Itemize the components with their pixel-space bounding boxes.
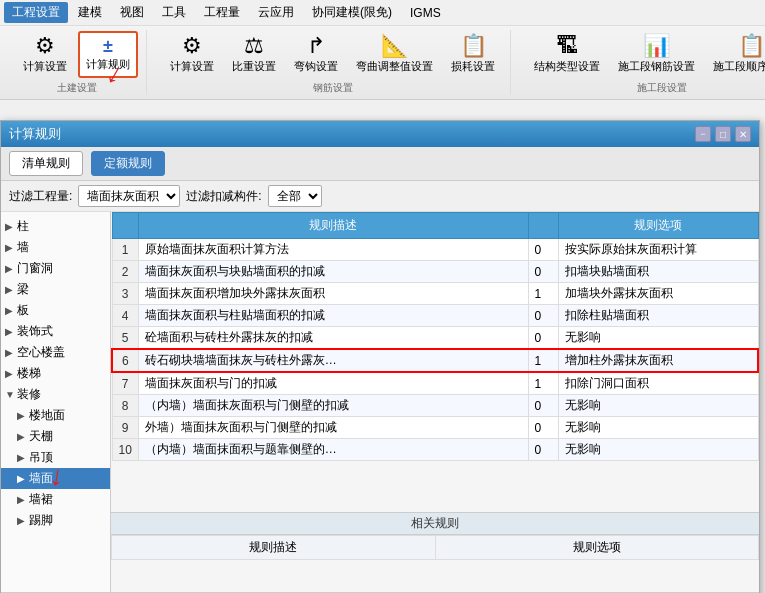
tree-item-wall-face[interactable]: ▶ 墙面 [1, 468, 110, 489]
tree-label-drop-ceiling: 吊顶 [29, 449, 53, 466]
row-value: 0 [528, 417, 558, 439]
tree-label-ceiling: 天棚 [29, 428, 53, 445]
row-option: 加墙块外露抹灰面积 [558, 283, 758, 305]
ribbon-group-rebar: ⚙ 计算设置 ⚖ 比重设置 ↱ 弯钩设置 📐 弯曲调整值设置 📋 损耗设 [155, 30, 511, 95]
table-row[interactable]: 9 外墙）墙面抹灰面积与门侧壁的扣减 0 无影响 [112, 417, 758, 439]
bend-settings-button[interactable]: ↱ 弯钩设置 [287, 30, 345, 79]
calc-settings-label: 计算设置 [23, 59, 67, 74]
menu-cloud[interactable]: 云应用 [250, 2, 302, 23]
tab-list-rules[interactable]: 清单规则 [9, 151, 83, 176]
menu-row: 工程设置 建模 视图 工具 工程量 云应用 协同建模(限免) IGMS [0, 0, 765, 26]
stage-order-icon: 📋 [738, 35, 765, 57]
tree-label-qiang: 墙 [17, 239, 29, 256]
tree-item-ban[interactable]: ▶ 板 [1, 300, 110, 321]
struct-type-label: 结构类型设置 [534, 59, 600, 74]
table-row[interactable]: 8 （内墙）墙面抹灰面积与门侧壁的扣减 0 无影响 [112, 395, 758, 417]
toolbar: 工程设置 建模 视图 工具 工程量 云应用 协同建模(限免) IGMS ⚙ 计算… [0, 0, 765, 100]
menu-tools[interactable]: 工具 [154, 2, 194, 23]
calc-settings2-button[interactable]: ⚙ 计算设置 [163, 30, 221, 79]
ratio-settings-button[interactable]: ⚖ 比重设置 [225, 30, 283, 79]
table-row[interactable]: 4 墙面抹灰面积与柱贴墙面积的扣减 0 扣除柱贴墙面积 [112, 305, 758, 327]
tree-label-hollow: 空心楼盖 [17, 344, 65, 361]
row-desc: 墙面抹灰面积与柱贴墙面积的扣减 [138, 305, 528, 327]
tree-item-qiang[interactable]: ▶ 墙 [1, 237, 110, 258]
tree-item-liang[interactable]: ▶ 梁 [1, 279, 110, 300]
tree-label-zhu: 柱 [17, 218, 29, 235]
stage-order-label: 施工段顺序设置 [713, 59, 765, 74]
row-desc: 墙面抹灰面积与门的扣减 [138, 372, 528, 395]
tree-item-stairs[interactable]: ▶ 楼梯 [1, 363, 110, 384]
rules-table: 规则描述 规则选项 1 原始墙面抹灰面积计算方法 0 按实际原始抹灰面积计算 [111, 212, 759, 512]
row-num: 9 [112, 417, 138, 439]
row-desc: 墙面抹灰面积增加块外露抹灰面积 [138, 283, 528, 305]
tree-arrow-zhu: ▶ [5, 221, 17, 232]
tree-item-dado[interactable]: ▶ 墙裙 [1, 489, 110, 510]
stage-rebar-button[interactable]: 📊 施工段钢筋设置 [611, 30, 702, 79]
tree-item-door[interactable]: ▶ 门窗洞 [1, 258, 110, 279]
dialog-title-text: 计算规则 [9, 125, 61, 143]
struct-type-icon: 🏗 [556, 35, 578, 57]
tree-item-drop-ceiling[interactable]: ▶ 吊顶 [1, 447, 110, 468]
filter-component-label: 过滤扣减构件: [186, 188, 261, 205]
tree-item-ceiling[interactable]: ▶ 天棚 [1, 426, 110, 447]
table-row-highlighted[interactable]: 6 砖石砌块墙墙面抹灰与砖柱外露灰… 1 增加柱外露抹灰面积 [112, 349, 758, 372]
menu-build[interactable]: 建模 [70, 2, 110, 23]
struct-type-button[interactable]: 🏗 结构类型设置 [527, 30, 607, 79]
table-row[interactable]: 5 砼墙面积与砖柱外露抹灰的扣减 0 无影响 [112, 327, 758, 350]
row-option: 增加柱外露抹灰面积 [558, 349, 758, 372]
bend-adjust-button[interactable]: 📐 弯曲调整值设置 [349, 30, 440, 79]
table-row[interactable]: 3 墙面抹灰面积增加块外露抹灰面积 1 加墙块外露抹灰面积 [112, 283, 758, 305]
col-option-header: 规则选项 [558, 213, 758, 239]
stage-rebar-label: 施工段钢筋设置 [618, 59, 695, 74]
row-option: 按实际原始抹灰面积计算 [558, 239, 758, 261]
bend-adjust-icon: 📐 [381, 35, 408, 57]
calc-rules-button[interactable]: ± 计算规则 [78, 31, 138, 78]
dialog-content: ▶ 柱 ▶ 墙 ▶ 门窗洞 ▶ 梁 ▶ 板 ▶ 装饰式 [1, 212, 759, 592]
related-col-desc-header: 规则描述 [112, 536, 436, 560]
stage-rebar-icon: 📊 [643, 35, 670, 57]
tree-arrow-ceiling: ▶ [17, 431, 29, 442]
table-row[interactable]: 2 墙面抹灰面积与块贴墙面积的扣减 0 扣墙块贴墙面积 [112, 261, 758, 283]
loss-settings-button[interactable]: 📋 损耗设置 [444, 30, 502, 79]
menu-project-settings[interactable]: 工程设置 [4, 2, 68, 23]
tab-fixed-rules[interactable]: 定额规则 [91, 151, 165, 176]
ribbon-buttons-rebar: ⚙ 计算设置 ⚖ 比重设置 ↱ 弯钩设置 📐 弯曲调整值设置 📋 损耗设 [163, 30, 502, 79]
row-value: 1 [528, 283, 558, 305]
tree-item-baseboard[interactable]: ▶ 踢脚 [1, 510, 110, 531]
calc-settings-button[interactable]: ⚙ 计算设置 [16, 30, 74, 79]
dialog-tab-toolbar: 清单规则 定额规则 [1, 147, 759, 181]
row-num: 8 [112, 395, 138, 417]
filter-project-select[interactable]: 墙面抹灰面积 [78, 185, 180, 207]
dialog-minimize-button[interactable]: － [695, 126, 711, 142]
tree-arrow-decoration: ▼ [5, 389, 17, 400]
row-option: 扣墙块贴墙面积 [558, 261, 758, 283]
menu-quantities[interactable]: 工程量 [196, 2, 248, 23]
row-option: 扣除门洞口面积 [558, 372, 758, 395]
tree-item-decoration[interactable]: ▼ 装修 [1, 384, 110, 405]
dialog-close-button[interactable]: ✕ [735, 126, 751, 142]
row-num: 4 [112, 305, 138, 327]
tree-arrow-baseboard: ▶ [17, 515, 29, 526]
tree-item-floor[interactable]: ▶ 楼地面 [1, 405, 110, 426]
menu-collab[interactable]: 协同建模(限免) [304, 2, 400, 23]
tree-label-floor: 楼地面 [29, 407, 65, 424]
tree-item-hollow[interactable]: ▶ 空心楼盖 [1, 342, 110, 363]
related-rules-header: 相关规则 [111, 513, 759, 535]
menu-igms[interactable]: IGMS [402, 4, 449, 22]
filter-component-select[interactable]: 全部 [268, 185, 322, 207]
table-row[interactable]: 10 （内墙）墙面抹面积与题靠侧壁的… 0 无影响 [112, 439, 758, 461]
row-num: 3 [112, 283, 138, 305]
table-row[interactable]: 7 墙面抹灰面积与门的扣减 1 扣除门洞口面积 [112, 372, 758, 395]
tree-item-zhu[interactable]: ▶ 柱 [1, 216, 110, 237]
tree-item-decorative[interactable]: ▶ 装饰式 [1, 321, 110, 342]
tree-label-door: 门窗洞 [17, 260, 53, 277]
menu-view[interactable]: 视图 [112, 2, 152, 23]
table-row[interactable]: 1 原始墙面抹灰面积计算方法 0 按实际原始抹灰面积计算 [112, 239, 758, 261]
calc-settings2-label: 计算设置 [170, 59, 214, 74]
row-option: 无影响 [558, 439, 758, 461]
related-col-option-header: 规则选项 [435, 536, 759, 560]
tree-arrow-decorative: ▶ [5, 326, 17, 337]
stage-order-button[interactable]: 📋 施工段顺序设置 [706, 30, 765, 79]
row-num: 10 [112, 439, 138, 461]
dialog-restore-button[interactable]: □ [715, 126, 731, 142]
